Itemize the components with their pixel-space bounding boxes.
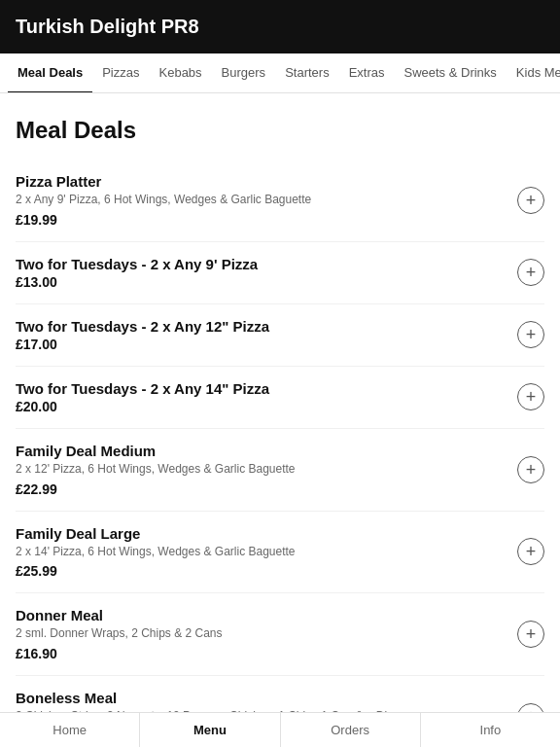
bottom-nav-orders[interactable]: Orders <box>281 713 421 747</box>
menu-item-name: Donner Meal <box>16 607 506 623</box>
menu-item-price: £16.90 <box>16 646 506 661</box>
nav-tab-meal-deals[interactable]: Meal Deals <box>8 53 92 93</box>
menu-item: Family Deal Medium2 x 12' Pizza, 6 Hot W… <box>16 429 544 512</box>
bottom-nav-menu[interactable]: Menu <box>140 713 280 747</box>
menu-item-desc: 2 x Any 9' Pizza, 6 Hot Wings, Wedges & … <box>16 192 506 208</box>
add-item-button[interactable]: + <box>517 456 544 483</box>
menu-item-price: £25.99 <box>16 563 506 579</box>
menu-item-price: £19.99 <box>16 212 506 228</box>
menu-item-desc: 2 sml. Donner Wraps, 2 Chips & 2 Cans <box>16 625 506 642</box>
menu-item-price: £17.00 <box>16 337 506 352</box>
nav-tab-extras[interactable]: Extras <box>339 53 395 93</box>
menu-item-name: Family Deal Large <box>16 525 506 542</box>
menu-item: Two for Tuesdays - 2 x Any 9' Pizza£13.0… <box>16 242 544 304</box>
menu-item-info: Family Deal Large2 x 14' Pizza, 6 Hot Wi… <box>16 525 517 580</box>
menu-item-name: Boneless Meal <box>16 690 506 706</box>
menu-item-info: Two for Tuesdays - 2 x Any 14" Pizza£20.… <box>16 380 517 414</box>
menu-item: Two for Tuesdays - 2 x Any 12" Pizza£17.… <box>16 304 544 367</box>
menu-item: Family Deal Large2 x 14' Pizza, 6 Hot Wi… <box>16 512 544 594</box>
restaurant-title: Turkish Delight PR8 <box>16 16 199 37</box>
menu-item-desc: 2 x 14' Pizza, 6 Hot Wings, Wedges & Gar… <box>16 544 506 560</box>
menu-item-desc: 2 x 12' Pizza, 6 Hot Wings, Wedges & Gar… <box>16 461 506 478</box>
menu-item-info: Two for Tuesdays - 2 x Any 12" Pizza£17.… <box>16 318 517 352</box>
menu-item-info: Pizza Platter2 x Any 9' Pizza, 6 Hot Win… <box>16 173 517 228</box>
menu-item: Donner Meal2 sml. Donner Wraps, 2 Chips … <box>16 593 544 676</box>
menu-item-info: Two for Tuesdays - 2 x Any 9' Pizza£13.0… <box>16 256 517 290</box>
add-item-button[interactable]: + <box>517 187 544 214</box>
bottom-nav-info[interactable]: Info <box>421 713 560 747</box>
menu-item: Pizza Platter2 x Any 9' Pizza, 6 Hot Win… <box>16 160 544 242</box>
category-nav: Meal DealsPizzasKebabsBurgersStartersExt… <box>0 53 560 93</box>
meal-deals-list: Pizza Platter2 x Any 9' Pizza, 6 Hot Win… <box>16 160 544 747</box>
menu-item-name: Two for Tuesdays - 2 x Any 14" Pizza <box>16 380 506 397</box>
menu-item: Two for Tuesdays - 2 x Any 14" Pizza£20.… <box>16 367 544 429</box>
nav-tab-kebabs[interactable]: Kebabs <box>150 53 212 93</box>
nav-tab-burgers[interactable]: Burgers <box>212 53 276 93</box>
menu-item-name: Two for Tuesdays - 2 x Any 12" Pizza <box>16 318 506 335</box>
main-content: Meal Deals Pizza Platter2 x Any 9' Pizza… <box>0 93 560 747</box>
add-item-button[interactable]: + <box>517 621 544 648</box>
meal-deals-section-title: Meal Deals <box>16 117 544 144</box>
nav-tab-kids-meals[interactable]: Kids Meals <box>507 53 560 93</box>
menu-item-info: Donner Meal2 sml. Donner Wraps, 2 Chips … <box>16 607 517 661</box>
bottom-nav-home[interactable]: Home <box>0 713 140 747</box>
menu-item-price: £13.00 <box>16 274 506 290</box>
bottom-nav: HomeMenuOrdersInfo <box>0 712 560 747</box>
add-item-button[interactable]: + <box>517 259 544 286</box>
add-item-button[interactable]: + <box>517 321 544 348</box>
menu-item-price: £20.00 <box>16 399 506 414</box>
nav-tab-starters[interactable]: Starters <box>275 53 339 93</box>
menu-item-price: £22.99 <box>16 481 506 497</box>
menu-item-info: Family Deal Medium2 x 12' Pizza, 6 Hot W… <box>16 443 517 497</box>
menu-item-name: Pizza Platter <box>16 173 506 190</box>
add-item-button[interactable]: + <box>517 538 544 565</box>
menu-item-name: Two for Tuesdays - 2 x Any 9' Pizza <box>16 256 506 272</box>
menu-item-name: Family Deal Medium <box>16 443 506 459</box>
nav-tab-pizzas[interactable]: Pizzas <box>92 53 149 93</box>
header: Turkish Delight PR8 <box>0 0 560 53</box>
nav-tab-sweets-drinks[interactable]: Sweets & Drinks <box>394 53 506 93</box>
add-item-button[interactable]: + <box>517 383 544 410</box>
